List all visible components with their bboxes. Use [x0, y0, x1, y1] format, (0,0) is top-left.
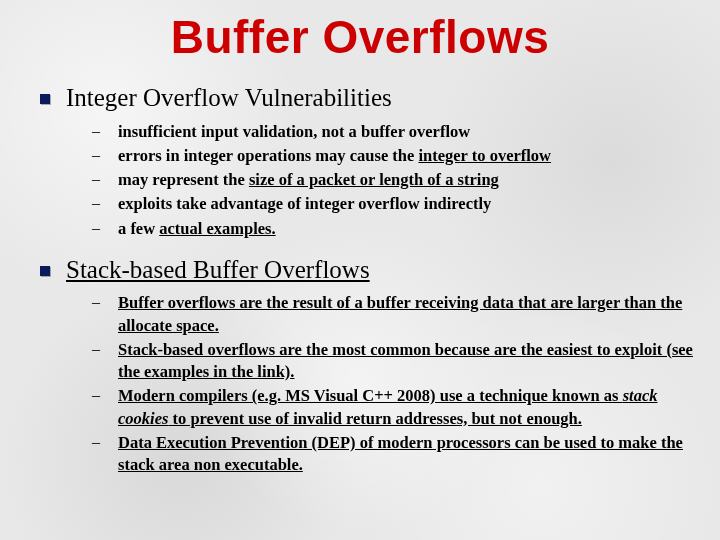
list-item-text: exploits take advantage of integer overf… [118, 193, 491, 215]
text-span: to prevent use of invalid return address… [168, 409, 581, 428]
dash-icon: – [92, 340, 102, 358]
list-item: – Data Execution Prevention (DEP) of mod… [20, 432, 700, 477]
dash-icon: – [92, 219, 102, 237]
square-bullet-icon [40, 266, 50, 276]
text-span: errors in integer operations may cause t… [118, 146, 418, 165]
list-item-text: Modern compilers (e.g. MS Visual C++ 200… [118, 385, 700, 430]
spacer [20, 242, 700, 254]
list-item-text: may represent the size of a packet or le… [118, 169, 499, 191]
list-item: – a few actual examples. [20, 218, 700, 240]
slide-title: Buffer Overflows [20, 10, 700, 64]
list-item: – insufficient input validation, not a b… [20, 121, 700, 143]
list-item-text: insufficient input validation, not a buf… [118, 121, 470, 143]
list-item: – errors in integer operations may cause… [20, 145, 700, 167]
dash-icon: – [92, 194, 102, 212]
list-item-text: errors in integer operations may cause t… [118, 145, 551, 167]
list-item-text: Data Execution Prevention (DEP) of moder… [118, 432, 700, 477]
list-item-text: Buffer overflows are the result of a buf… [118, 292, 700, 337]
list-item: – exploits take advantage of integer ove… [20, 193, 700, 215]
list-item-text: Stack-based overflows are the most commo… [118, 339, 700, 384]
section-heading-2: Stack-based Buffer Overflows [20, 254, 700, 287]
dash-icon: – [92, 170, 102, 188]
text-span: exploits take advantage of integer overf… [118, 194, 491, 213]
section-heading-2-text: Stack-based Buffer Overflows [66, 254, 370, 287]
slide: Buffer Overflows Integer Overflow Vulner… [0, 0, 720, 498]
list-item: – Stack-based overflows are the most com… [20, 339, 700, 384]
square-bullet-icon [40, 94, 50, 104]
underline-span: size of a packet or length of a string [249, 170, 499, 189]
text-span: may represent the [118, 170, 249, 189]
underline-span: integer to overflow [418, 146, 551, 165]
list-item: – Buffer overflows are the result of a b… [20, 292, 700, 337]
section-heading-1-text: Integer Overflow Vulnerabilities [66, 82, 392, 115]
dash-icon: – [92, 293, 102, 311]
dash-icon: – [92, 433, 102, 451]
list-item: – may represent the size of a packet or … [20, 169, 700, 191]
dash-icon: – [92, 122, 102, 140]
dash-icon: – [92, 386, 102, 404]
text-span: a few [118, 219, 159, 238]
section-heading-1: Integer Overflow Vulnerabilities [20, 82, 700, 115]
text-span: insufficient input validation, not a buf… [118, 122, 470, 141]
list-item: – Modern compilers (e.g. MS Visual C++ 2… [20, 385, 700, 430]
text-span: Modern compilers (e.g. MS Visual C++ 200… [118, 386, 623, 405]
dash-icon: – [92, 146, 102, 164]
list-item-text: a few actual examples. [118, 218, 276, 240]
underline-span: actual examples. [159, 219, 275, 238]
